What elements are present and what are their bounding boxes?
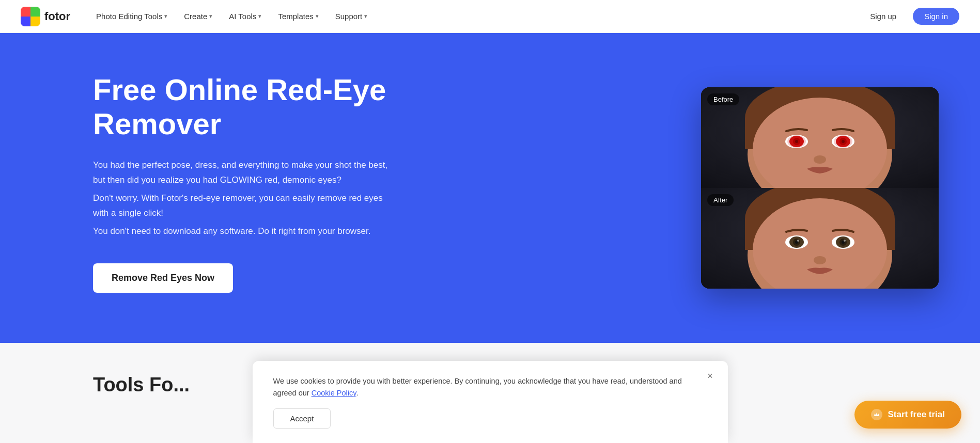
signin-button[interactable]: Sign in — [913, 8, 959, 25]
before-after-image: Before — [701, 87, 939, 289]
after-image-svg — [701, 188, 939, 289]
nav-item-photo-editing[interactable]: Photo Editing Tools ▾ — [89, 8, 175, 25]
nav-links: Photo Editing Tools ▾ Create ▾ AI Tools … — [89, 8, 841, 25]
nav-item-templates[interactable]: Templates ▾ — [271, 8, 325, 25]
signup-button[interactable]: Sign up — [860, 8, 907, 25]
logo[interactable]: fotor — [21, 7, 70, 26]
navbar: fotor Photo Editing Tools ▾ Create ▾ AI … — [0, 0, 980, 33]
hero-content: Free Online Red-Eye Remover You had the … — [93, 73, 455, 293]
brand-name: fotor — [44, 10, 70, 23]
cookie-close-button[interactable]: × — [703, 369, 718, 384]
chevron-down-icon: ▾ — [258, 13, 261, 20]
before-badge: Before — [707, 93, 739, 105]
hero-title: Free Online Red-Eye Remover — [93, 73, 455, 141]
trial-label: Start free trial — [888, 409, 945, 420]
cookie-text: We use cookies to provide you with bette… — [273, 375, 687, 399]
cookie-banner: × We use cookies to provide you with bet… — [253, 361, 728, 443]
svg-point-33 — [814, 256, 826, 264]
svg-point-27 — [797, 240, 799, 242]
after-panel: After — [701, 188, 939, 289]
cookie-accept-button[interactable]: Accept — [273, 408, 331, 429]
chevron-down-icon: ▾ — [316, 13, 319, 20]
nav-item-ai-tools[interactable]: AI Tools ▾ — [222, 8, 269, 25]
hero-desc-2: Don't worry. With Fotor's red-eye remove… — [93, 191, 393, 221]
after-badge: After — [707, 194, 734, 206]
hero-desc-3: You don't need to download any software.… — [93, 224, 393, 239]
cookie-policy-link[interactable]: Cookie Policy — [312, 389, 356, 397]
trial-icon — [871, 409, 882, 420]
hero-description: You had the perfect pose, dress, and eve… — [93, 158, 393, 239]
nav-item-create[interactable]: Create ▾ — [177, 8, 220, 25]
svg-point-32 — [844, 240, 846, 242]
svg-point-16 — [814, 155, 826, 164]
svg-point-15 — [834, 135, 852, 148]
logo-icon — [21, 7, 40, 26]
hero-section: Free Online Red-Eye Remover You had the … — [0, 33, 980, 343]
remove-red-eyes-button[interactable]: Remove Red Eyes Now — [93, 263, 233, 293]
chevron-down-icon: ▾ — [364, 13, 367, 20]
crown-icon — [873, 411, 880, 418]
chevron-down-icon: ▾ — [209, 13, 212, 20]
chevron-down-icon: ▾ — [164, 13, 167, 20]
svg-point-10 — [787, 135, 806, 148]
start-trial-button[interactable]: Start free trial — [854, 401, 961, 429]
before-panel: Before — [701, 87, 939, 188]
hero-desc-1: You had the perfect pose, dress, and eve… — [93, 158, 393, 188]
nav-item-support[interactable]: Support ▾ — [328, 8, 375, 25]
nav-right: Sign up Sign in — [860, 8, 959, 25]
